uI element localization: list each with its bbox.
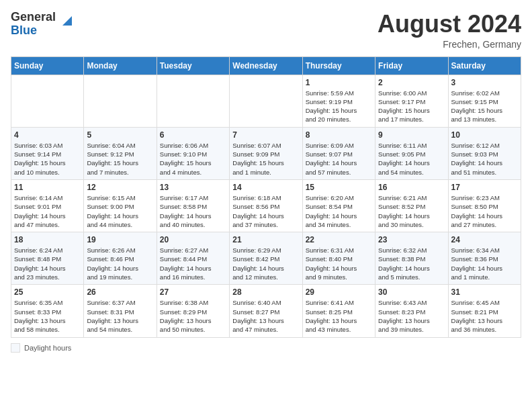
calendar-cell: 28Sunrise: 6:40 AM Sunset: 8:27 PM Dayli… xyxy=(230,285,302,337)
legend-box xyxy=(11,343,20,353)
day-number: 26 xyxy=(87,287,153,297)
calendar-col-header: Wednesday xyxy=(230,56,302,75)
calendar-cell: 29Sunrise: 6:41 AM Sunset: 8:25 PM Dayli… xyxy=(302,285,375,337)
day-number: 12 xyxy=(87,183,153,192)
calendar-cell: 21Sunrise: 6:29 AM Sunset: 8:42 PM Dayli… xyxy=(230,232,302,285)
day-info: Sunrise: 6:26 AM Sunset: 8:46 PM Dayligh… xyxy=(87,246,153,281)
calendar-cell: 30Sunrise: 6:43 AM Sunset: 8:23 PM Dayli… xyxy=(375,285,448,337)
logo-text: General xyxy=(11,11,56,24)
calendar-cell: 25Sunrise: 6:35 AM Sunset: 8:33 PM Dayli… xyxy=(11,285,84,337)
day-number: 11 xyxy=(14,183,81,192)
day-number: 10 xyxy=(451,130,518,140)
logo-icon xyxy=(60,13,75,28)
calendar-cell: 10Sunrise: 6:12 AM Sunset: 9:03 PM Dayli… xyxy=(448,127,521,179)
day-info: Sunrise: 5:59 AM Sunset: 9:19 PM Dayligh… xyxy=(306,89,372,124)
calendar-cell: 14Sunrise: 6:18 AM Sunset: 8:56 PM Dayli… xyxy=(230,179,302,232)
calendar-week-row: 1Sunrise: 5:59 AM Sunset: 9:19 PM Daylig… xyxy=(11,75,521,127)
calendar-col-header: Monday xyxy=(84,56,157,75)
calendar-cell: 5Sunrise: 6:04 AM Sunset: 9:12 PM Daylig… xyxy=(84,127,157,179)
calendar-cell xyxy=(11,75,84,127)
day-number: 17 xyxy=(451,183,518,192)
calendar-table: SundayMondayTuesdayWednesdayThursdayFrid… xyxy=(11,56,521,338)
day-number: 30 xyxy=(378,287,445,297)
day-info: Sunrise: 6:37 AM Sunset: 8:31 PM Dayligh… xyxy=(87,298,153,334)
calendar-cell: 15Sunrise: 6:20 AM Sunset: 8:54 PM Dayli… xyxy=(302,179,375,232)
calendar-cell: 24Sunrise: 6:34 AM Sunset: 8:36 PM Dayli… xyxy=(448,232,521,285)
calendar-header-row: SundayMondayTuesdayWednesdayThursdayFrid… xyxy=(11,56,521,75)
day-info: Sunrise: 6:11 AM Sunset: 9:05 PM Dayligh… xyxy=(378,141,445,177)
day-info: Sunrise: 6:15 AM Sunset: 9:00 PM Dayligh… xyxy=(87,193,153,229)
day-number: 29 xyxy=(306,287,372,297)
calendar-cell xyxy=(230,75,302,127)
day-info: Sunrise: 6:40 AM Sunset: 8:27 PM Dayligh… xyxy=(232,298,299,334)
legend: Daylight hours xyxy=(11,343,521,353)
day-number: 3 xyxy=(451,78,518,87)
day-number: 18 xyxy=(14,235,81,244)
day-number: 6 xyxy=(160,130,226,140)
day-info: Sunrise: 6:32 AM Sunset: 8:38 PM Dayligh… xyxy=(378,246,445,281)
day-info: Sunrise: 6:38 AM Sunset: 8:29 PM Dayligh… xyxy=(160,298,226,334)
day-info: Sunrise: 6:41 AM Sunset: 8:25 PM Dayligh… xyxy=(306,298,372,334)
day-info: Sunrise: 6:04 AM Sunset: 9:12 PM Dayligh… xyxy=(87,141,153,177)
day-info: Sunrise: 6:03 AM Sunset: 9:14 PM Dayligh… xyxy=(14,141,81,177)
day-info: Sunrise: 6:12 AM Sunset: 9:03 PM Dayligh… xyxy=(451,141,518,177)
day-number: 13 xyxy=(160,183,226,192)
logo-general: General xyxy=(11,10,56,24)
location-subtitle: Frechen, Germany xyxy=(378,39,521,50)
day-info: Sunrise: 6:20 AM Sunset: 8:54 PM Dayligh… xyxy=(306,193,372,229)
calendar-cell: 20Sunrise: 6:27 AM Sunset: 8:44 PM Dayli… xyxy=(157,232,229,285)
calendar-col-header: Thursday xyxy=(302,56,375,75)
day-number: 25 xyxy=(14,287,81,297)
day-number: 14 xyxy=(232,183,299,192)
day-number: 27 xyxy=(160,287,226,297)
page-header: General Blue August 2024 Frechen, German… xyxy=(11,11,521,50)
day-number: 1 xyxy=(306,78,372,87)
calendar-cell: 2Sunrise: 6:00 AM Sunset: 9:17 PM Daylig… xyxy=(375,75,448,127)
calendar-week-row: 4Sunrise: 6:03 AM Sunset: 9:14 PM Daylig… xyxy=(11,127,521,179)
day-info: Sunrise: 6:02 AM Sunset: 9:15 PM Dayligh… xyxy=(451,89,518,124)
day-number: 19 xyxy=(87,235,153,244)
logo-blue-text: Blue xyxy=(11,24,56,38)
calendar-cell: 17Sunrise: 6:23 AM Sunset: 8:50 PM Dayli… xyxy=(448,179,521,232)
day-number: 20 xyxy=(160,235,226,244)
calendar-cell: 19Sunrise: 6:26 AM Sunset: 8:46 PM Dayli… xyxy=(84,232,157,285)
day-info: Sunrise: 6:29 AM Sunset: 8:42 PM Dayligh… xyxy=(232,246,299,281)
calendar-cell: 11Sunrise: 6:14 AM Sunset: 9:01 PM Dayli… xyxy=(11,179,84,232)
calendar-col-header: Tuesday xyxy=(157,56,229,75)
calendar-col-header: Sunday xyxy=(11,56,84,75)
calendar-cell: 12Sunrise: 6:15 AM Sunset: 9:00 PM Dayli… xyxy=(84,179,157,232)
calendar-cell: 9Sunrise: 6:11 AM Sunset: 9:05 PM Daylig… xyxy=(375,127,448,179)
day-number: 28 xyxy=(232,287,299,297)
calendar-cell: 27Sunrise: 6:38 AM Sunset: 8:29 PM Dayli… xyxy=(157,285,229,337)
day-number: 7 xyxy=(232,130,299,140)
calendar-col-header: Saturday xyxy=(448,56,521,75)
day-number: 5 xyxy=(87,130,153,140)
day-number: 15 xyxy=(306,183,372,192)
day-info: Sunrise: 6:17 AM Sunset: 8:58 PM Dayligh… xyxy=(160,193,226,229)
day-info: Sunrise: 6:43 AM Sunset: 8:23 PM Dayligh… xyxy=(378,298,445,334)
calendar-cell: 8Sunrise: 6:09 AM Sunset: 9:07 PM Daylig… xyxy=(302,127,375,179)
calendar-cell: 6Sunrise: 6:06 AM Sunset: 9:10 PM Daylig… xyxy=(157,127,229,179)
calendar-cell: 4Sunrise: 6:03 AM Sunset: 9:14 PM Daylig… xyxy=(11,127,84,179)
day-info: Sunrise: 6:18 AM Sunset: 8:56 PM Dayligh… xyxy=(232,193,299,229)
day-info: Sunrise: 6:34 AM Sunset: 8:36 PM Dayligh… xyxy=(451,246,518,281)
day-info: Sunrise: 6:45 AM Sunset: 8:21 PM Dayligh… xyxy=(451,298,518,334)
calendar-cell: 13Sunrise: 6:17 AM Sunset: 8:58 PM Dayli… xyxy=(157,179,229,232)
calendar-cell: 16Sunrise: 6:21 AM Sunset: 8:52 PM Dayli… xyxy=(375,179,448,232)
calendar-cell: 31Sunrise: 6:45 AM Sunset: 8:21 PM Dayli… xyxy=(448,285,521,337)
day-info: Sunrise: 6:21 AM Sunset: 8:52 PM Dayligh… xyxy=(378,193,445,229)
day-number: 21 xyxy=(232,235,299,244)
logo: General Blue xyxy=(11,11,75,38)
calendar-cell: 7Sunrise: 6:07 AM Sunset: 9:09 PM Daylig… xyxy=(230,127,302,179)
day-info: Sunrise: 6:07 AM Sunset: 9:09 PM Dayligh… xyxy=(232,141,299,177)
day-info: Sunrise: 6:24 AM Sunset: 8:48 PM Dayligh… xyxy=(14,246,81,281)
day-info: Sunrise: 6:09 AM Sunset: 9:07 PM Dayligh… xyxy=(306,141,372,177)
day-info: Sunrise: 6:31 AM Sunset: 8:40 PM Dayligh… xyxy=(306,246,372,281)
calendar-col-header: Friday xyxy=(375,56,448,75)
calendar-cell: 22Sunrise: 6:31 AM Sunset: 8:40 PM Dayli… xyxy=(302,232,375,285)
calendar-week-row: 18Sunrise: 6:24 AM Sunset: 8:48 PM Dayli… xyxy=(11,232,521,285)
day-info: Sunrise: 6:35 AM Sunset: 8:33 PM Dayligh… xyxy=(14,298,81,334)
day-number: 24 xyxy=(451,235,518,244)
day-number: 4 xyxy=(14,130,81,140)
calendar-cell xyxy=(84,75,157,127)
